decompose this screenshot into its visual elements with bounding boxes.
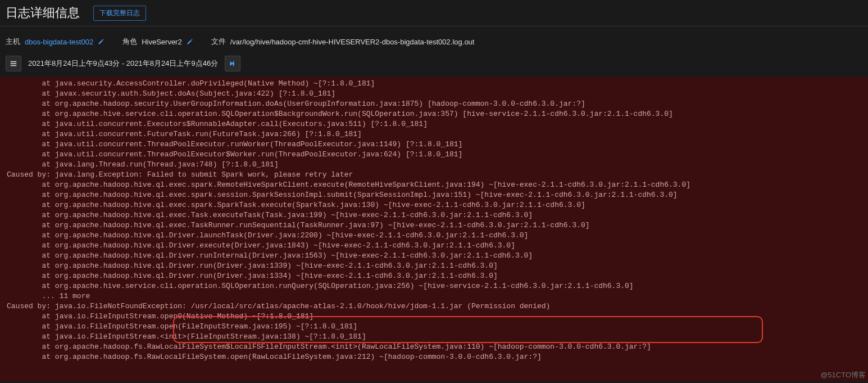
download-full-log-button[interactable]: 下载完整日志: [93, 6, 146, 21]
host-link[interactable]: dbos-bigdata-test002: [25, 38, 93, 46]
page-title: 日志详细信息: [6, 4, 80, 21]
header-bar: 日志详细信息 下载完整日志: [0, 0, 868, 26]
meta-row: 主机 dbos-bigdata-test002 角色 HiveServer2 文…: [0, 26, 868, 52]
edit-host-icon[interactable]: [98, 38, 104, 45]
role-value: HiveServer2: [142, 38, 182, 46]
meta-file: 文件 /var/log/hive/hadoop-cmf-hive-HIVESER…: [211, 37, 475, 47]
log-area: at java.security.AccessController.doPriv…: [0, 77, 868, 381]
jump-to-latest-button[interactable]: [225, 56, 240, 71]
file-label: 文件: [211, 37, 226, 47]
host-label: 主机: [6, 37, 20, 47]
log-content[interactable]: at java.security.AccessController.doPriv…: [7, 79, 861, 362]
file-value: /var/log/hive/hadoop-cmf-hive-HIVESERVER…: [230, 38, 475, 46]
filter-row: 2021年8月24日上午9点43分 - 2021年8月24日上午9点46分: [0, 52, 868, 77]
meta-host: 主机 dbos-bigdata-test002: [6, 37, 104, 47]
role-label: 角色: [122, 37, 137, 47]
list-view-button[interactable]: [6, 56, 21, 71]
meta-role: 角色 HiveServer2: [122, 37, 193, 47]
edit-role-icon[interactable]: [187, 38, 193, 45]
date-range: 2021年8月24日上午9点43分 - 2021年8月24日上午9点46分: [26, 58, 220, 69]
watermark: @51CTO博客: [820, 370, 866, 380]
